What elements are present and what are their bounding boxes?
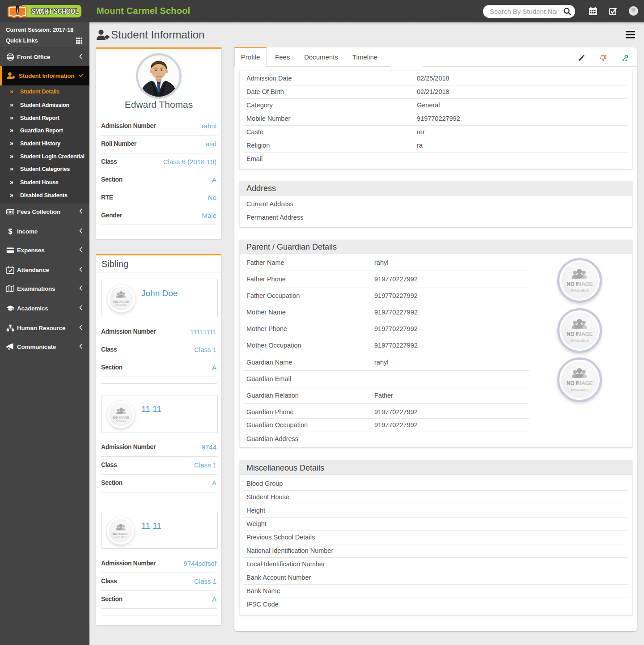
svg-text:$: $ xyxy=(8,228,13,235)
svg-text:SMART SCHOOL: SMART SCHOOL xyxy=(31,7,79,16)
